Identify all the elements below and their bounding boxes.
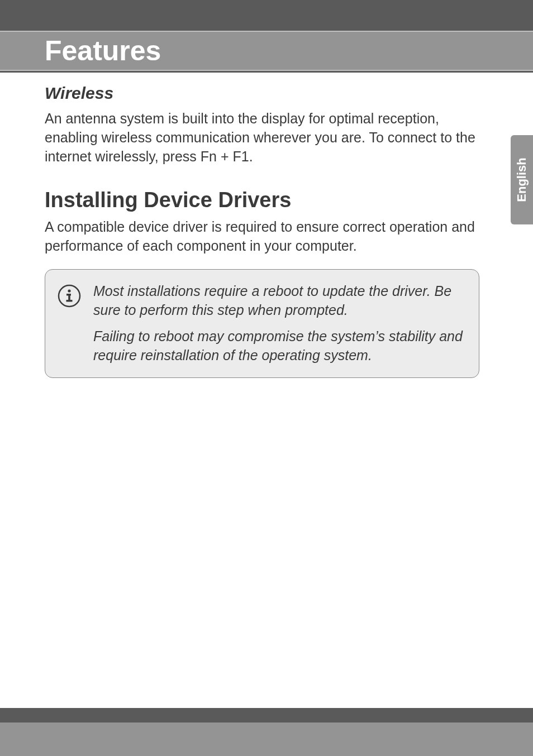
- language-tab-label: English: [515, 157, 529, 202]
- wireless-heading: Wireless: [45, 84, 479, 103]
- info-note-paragraph-2: Failing to reboot may compromise the sys…: [93, 327, 467, 365]
- wireless-body: An antenna system is built into the disp…: [45, 109, 479, 166]
- info-note-box: Most installations require a reboot to u…: [45, 269, 479, 378]
- page-content: Wireless An antenna system is built into…: [45, 84, 479, 378]
- info-note-paragraph-1: Most installations require a reboot to u…: [93, 282, 467, 320]
- svg-point-1: [68, 289, 70, 292]
- info-icon: [58, 284, 81, 308]
- language-tab: English: [511, 135, 533, 224]
- page-title: Features: [45, 32, 161, 70]
- svg-rect-4: [66, 300, 73, 302]
- title-band: Features: [0, 31, 533, 71]
- info-note-text: Most installations require a reboot to u…: [93, 282, 467, 365]
- footer-band: [0, 722, 533, 756]
- drivers-body: A compatible device driver is required t…: [45, 218, 479, 256]
- drivers-heading: Installing Device Drivers: [45, 188, 479, 212]
